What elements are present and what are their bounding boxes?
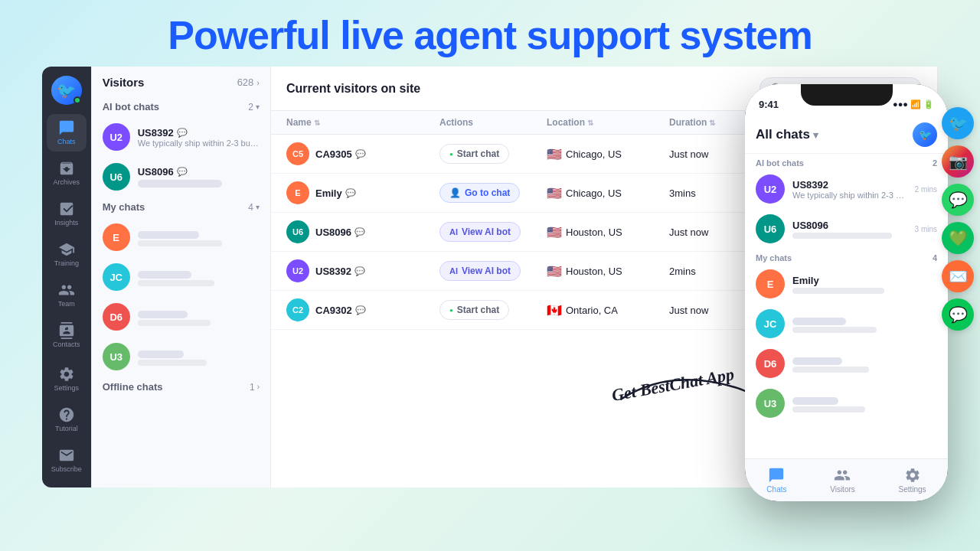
dropdown-icon[interactable]: ▾ bbox=[813, 129, 818, 141]
preview-placeholder bbox=[792, 367, 869, 373]
chat-info bbox=[792, 395, 937, 412]
chat-name: US8096 💬 bbox=[138, 166, 260, 178]
sort-icon: ⇅ bbox=[587, 119, 593, 127]
tab-visitors[interactable]: Visitors bbox=[830, 467, 855, 494]
sidebar-chats-label: Chats bbox=[57, 138, 76, 145]
ai-bot-section-header: AI bot chats 2 ▾ bbox=[92, 96, 270, 117]
avatar: JC bbox=[103, 263, 130, 291]
wechat-icon[interactable]: 💚 bbox=[942, 222, 974, 254]
list-item[interactable]: E bbox=[92, 217, 270, 257]
sidebar-contacts-label: Contacts bbox=[53, 341, 80, 348]
sidebar-item-chats[interactable]: Chats bbox=[47, 114, 87, 152]
action-cell: Start chat bbox=[439, 144, 547, 164]
my-chats-section-header: My chats 4 ▾ bbox=[92, 197, 270, 217]
ai-bot-count: 2 ▾ bbox=[248, 102, 260, 112]
avatar: U3 bbox=[103, 343, 130, 370]
list-item[interactable]: JC bbox=[745, 304, 948, 344]
online-indicator bbox=[74, 96, 81, 104]
chat-info bbox=[138, 308, 260, 326]
sidebar-item-settings[interactable]: Settings bbox=[47, 360, 87, 397]
tab-chats-label: Chats bbox=[766, 485, 786, 494]
sidebar-item-contacts[interactable]: Contacts bbox=[47, 316, 87, 354]
twitter-icon[interactable]: 🐦 bbox=[942, 107, 974, 139]
goto-chat-button[interactable]: 👤 Go to chat bbox=[439, 183, 520, 203]
list-item[interactable]: D6 bbox=[92, 297, 270, 337]
list-item[interactable]: D6 bbox=[745, 344, 948, 383]
visitor-name-cell: U6 US8096 💬 bbox=[286, 220, 439, 243]
list-item[interactable]: U6 US8096 3 mins bbox=[745, 209, 948, 249]
message-icon: 💬 bbox=[354, 227, 365, 237]
start-chat-button[interactable]: Start chat bbox=[439, 144, 509, 164]
ai-bot-chevron-icon: ▾ bbox=[256, 103, 260, 111]
sidebar-item-team[interactable]: Team bbox=[47, 276, 87, 314]
visitor-name: US8392 💬 bbox=[315, 266, 365, 277]
list-item[interactable]: U2 US8392 We typically ship within 2-3 b… bbox=[745, 169, 948, 209]
list-item[interactable]: U3 bbox=[745, 383, 948, 423]
sidebar-item-training[interactable]: Training bbox=[47, 236, 87, 273]
sidebar-training-label: Training bbox=[54, 259, 79, 267]
line-icon[interactable]: 💬 bbox=[942, 298, 974, 331]
sidebar-item-subscribe[interactable]: Subscribe bbox=[47, 441, 87, 478]
my-chats-chevron-icon: ▾ bbox=[256, 203, 260, 211]
instagram-icon[interactable]: 📷 bbox=[942, 145, 974, 178]
start-chat-button[interactable]: Start chat bbox=[439, 300, 509, 320]
name-placeholder bbox=[138, 231, 199, 239]
list-item[interactable]: JC bbox=[92, 257, 270, 297]
avatar: D6 bbox=[756, 349, 785, 378]
page-title: Powerful live agent support system bbox=[0, 14, 980, 57]
visitor-name-cell: E Emily 💬 bbox=[286, 181, 439, 204]
view-ai-button[interactable]: AI View AI bot bbox=[439, 222, 521, 242]
name-placeholder bbox=[138, 271, 191, 279]
sidebar-item-insights[interactable]: Insights bbox=[47, 195, 87, 233]
avatar: U6 bbox=[756, 214, 785, 243]
visitor-name: US8096 💬 bbox=[315, 227, 365, 238]
sidebar-item-archives[interactable]: Archives bbox=[47, 155, 87, 192]
location-text: Chicago, US bbox=[566, 187, 622, 199]
chat-preview: We typically ship within 2-3 business da… bbox=[792, 191, 907, 200]
sidebar-tutorial-label: Tutorial bbox=[55, 425, 78, 432]
sidebar-item-tutorial[interactable]: Tutorial bbox=[47, 400, 87, 438]
whatsapp-icon[interactable]: 💬 bbox=[942, 184, 974, 216]
col-actions: Actions bbox=[439, 117, 547, 128]
message-icon: 💬 bbox=[345, 188, 356, 198]
location-cell: 🇺🇸 Chicago, US bbox=[547, 147, 669, 161]
visitors-panel: Visitors 628 › AI bot chats 2 ▾ U2 US839… bbox=[91, 67, 270, 487]
name-placeholder bbox=[138, 350, 184, 358]
phone-avatar: 🐦 bbox=[913, 122, 937, 147]
chat-name: Emily bbox=[792, 275, 937, 286]
view-ai-button[interactable]: AI View AI bot bbox=[439, 261, 521, 281]
email-icon[interactable]: ✉️ bbox=[942, 260, 974, 292]
col-name: Name ⇅ bbox=[286, 117, 439, 128]
avatar: C5 bbox=[286, 142, 309, 165]
preview-placeholder bbox=[138, 320, 211, 326]
phone-mockup: 9:41 ●●● 📶 🔋 All chats ▾ 🐦 AI bot chats … bbox=[745, 84, 948, 501]
avatar: 🐦 bbox=[51, 76, 82, 105]
chat-time: 3 mins bbox=[915, 225, 937, 233]
avatar: D6 bbox=[103, 303, 130, 331]
tab-chats[interactable]: Chats bbox=[766, 467, 786, 494]
location-text: Houston, US bbox=[566, 266, 622, 277]
chat-info: US8096 💬 bbox=[138, 166, 260, 187]
list-item[interactable]: U2 US8392 💬 We typically ship within 2-3… bbox=[92, 117, 270, 157]
preview-placeholder bbox=[792, 288, 884, 294]
list-item[interactable]: E Emily bbox=[745, 264, 948, 304]
visitor-name: Emily 💬 bbox=[315, 187, 356, 199]
location-cell: 🇨🇦 Ontario, CA bbox=[547, 303, 669, 318]
phone-all-chats-title: All chats ▾ bbox=[756, 127, 818, 142]
list-item[interactable]: U3 bbox=[92, 337, 270, 377]
sidebar-subscribe-label: Subscribe bbox=[51, 465, 82, 473]
message-icon: 💬 bbox=[177, 167, 188, 177]
location-cell: 🇺🇸 Houston, US bbox=[547, 225, 669, 240]
location-cell: 🇺🇸 Chicago, US bbox=[547, 186, 669, 201]
phone-ai-section: AI bot chats 2 bbox=[745, 154, 948, 169]
chat-info: US8392 💬 We typically ship within 2-3 bu… bbox=[138, 127, 260, 148]
list-item[interactable]: U6 US8096 💬 bbox=[92, 157, 270, 197]
offline-chats-count: 1 › bbox=[250, 382, 260, 393]
chat-info bbox=[138, 229, 260, 246]
phone-my-chats-section: My chats 4 bbox=[745, 249, 948, 264]
offline-chevron-icon: › bbox=[257, 383, 260, 391]
tab-visitors-label: Visitors bbox=[830, 485, 855, 494]
flag-icon: 🇺🇸 bbox=[547, 225, 562, 240]
avatar: U2 bbox=[286, 259, 309, 282]
tab-settings[interactable]: Settings bbox=[898, 467, 926, 494]
